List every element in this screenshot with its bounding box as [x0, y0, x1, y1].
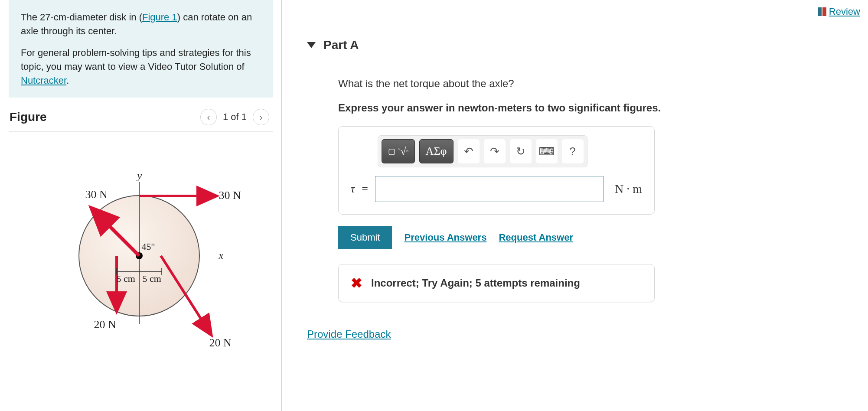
- provide-feedback-link[interactable]: Provide Feedback: [307, 328, 391, 340]
- problem-text-1: The 27-cm-diameter disk in (Figure 1) ca…: [21, 10, 261, 38]
- request-answer-link[interactable]: Request Answer: [499, 232, 573, 243]
- feedback-text: Incorrect; Try Again; 5 attempts remaini…: [371, 277, 580, 289]
- dim-5cm-left: 5 cm: [117, 273, 135, 284]
- left-panel: The 27-cm-diameter disk in (Figure 1) ca…: [0, 0, 282, 411]
- diameter-value: 27-cm: [40, 12, 66, 23]
- review-label: Review: [829, 6, 860, 17]
- center-dot: [136, 252, 143, 259]
- problem-statement: The 27-cm-diameter disk in (Figure 1) ca…: [9, 0, 273, 98]
- help-button[interactable]: ?: [562, 139, 584, 163]
- figure-count: 1 of 1: [223, 111, 247, 123]
- angle-label: 45°: [142, 241, 155, 252]
- unit-label: N · m: [615, 182, 642, 196]
- figure-prev-button[interactable]: ‹: [200, 109, 217, 125]
- problem-text-2: For general problem-solving tips and str…: [21, 46, 261, 88]
- figure-title: Figure: [10, 110, 47, 124]
- right-panel: Review Part A What is the net torque abo…: [282, 0, 868, 411]
- answer-input[interactable]: [375, 176, 604, 202]
- undo-button[interactable]: ↶: [458, 139, 480, 163]
- greek-button[interactable]: ΑΣφ: [419, 139, 454, 163]
- force-30n-left-label: 30 N: [85, 188, 108, 201]
- y-label: y: [137, 170, 142, 182]
- submit-button[interactable]: Submit: [338, 226, 392, 249]
- equation-toolbar: ▢ ▫√▫ ΑΣφ ↶ ↷ ↻ ⌨ ?: [378, 135, 587, 167]
- templates-button[interactable]: ▢ ▫√▫: [382, 139, 415, 163]
- t: -diameter disk in (: [66, 12, 142, 23]
- keyboard-button[interactable]: ⌨: [536, 139, 558, 163]
- figure-link[interactable]: Figure 1: [142, 12, 177, 23]
- force-30n-right-label: 30 N: [219, 189, 241, 202]
- reset-button[interactable]: ↻: [510, 139, 532, 163]
- figure-header: Figure ‹ 1 of 1 ›: [9, 98, 273, 132]
- answer-row: τ = N · m: [351, 176, 642, 202]
- dim-5cm-right: 5 cm: [143, 273, 161, 284]
- force-20n-right-label: 20 N: [209, 336, 232, 349]
- book-icon: [818, 7, 826, 16]
- part-title: Part A: [323, 38, 359, 52]
- previous-answers-link[interactable]: Previous Answers: [404, 232, 486, 243]
- redo-button[interactable]: ↷: [484, 139, 506, 163]
- part-header[interactable]: Part A: [307, 33, 868, 57]
- incorrect-icon: ✖: [351, 275, 362, 291]
- review-link[interactable]: Review: [818, 6, 860, 17]
- actions-row: Submit Previous Answers Request Answer: [338, 226, 685, 249]
- answer-directive: Express your answer in newton-meters to …: [338, 102, 685, 114]
- force-20n-left-label: 20 N: [94, 318, 116, 331]
- caret-down-icon: [307, 42, 316, 48]
- t: .: [66, 75, 69, 86]
- answer-panel: ▢ ▫√▫ ΑΣφ ↶ ↷ ↻ ⌨ ? τ = N · m: [338, 126, 655, 215]
- x-label: x: [219, 250, 224, 261]
- variable-tau: τ: [351, 183, 355, 196]
- t: The: [21, 12, 40, 23]
- equals-sign: =: [362, 183, 368, 196]
- feedback-panel: ✖ Incorrect; Try Again; 5 attempts remai…: [338, 264, 655, 302]
- figure-image: y x 45° 30 N 30 N 20 N 20 N 5 cm 5 cm: [20, 145, 262, 362]
- t: For general problem-solving tips and str…: [21, 47, 251, 72]
- part-content: What is the net torque about the axle? E…: [338, 78, 685, 302]
- divider: [337, 60, 856, 60]
- question-text: What is the net torque about the axle?: [338, 78, 685, 90]
- figure-next-button[interactable]: ›: [253, 109, 269, 125]
- tutor-link[interactable]: Nutcracker: [21, 75, 66, 86]
- figure-nav: ‹ 1 of 1 ›: [200, 109, 269, 125]
